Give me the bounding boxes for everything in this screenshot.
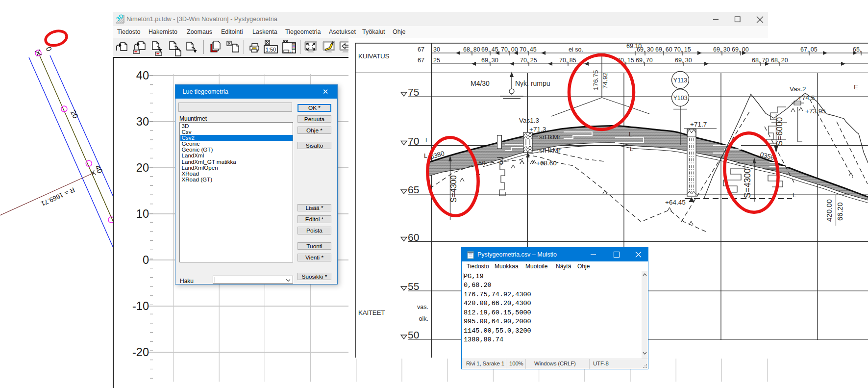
svg-text:75: 75 (408, 86, 419, 98)
svg-text:Nyk. rumpu: Nyk. rumpu (515, 79, 550, 87)
svg-text:74.92: 74.92 (601, 72, 609, 89)
svg-text:S=6000: S=6000 (775, 117, 784, 146)
svg-text:+64.45: +64.45 (665, 199, 686, 206)
svg-text:69.10: 69.10 (626, 43, 642, 50)
svg-text:Y103: Y103 (673, 95, 687, 102)
svg-text:+71.3: +71.3 (529, 126, 546, 133)
svg-text:60: 60 (408, 232, 419, 243)
svg-text:30: 30 (433, 46, 440, 53)
svg-text:176.75: 176.75 (592, 70, 599, 90)
svg-text:Vas.2: Vas.2 (790, 85, 806, 93)
svg-text:55: 55 (408, 281, 419, 292)
svg-text:67: 67 (418, 57, 424, 64)
svg-text:ei so.: ei so. (569, 46, 583, 53)
svg-text:L: L (424, 152, 427, 159)
svg-text:+68.60: +68.60 (536, 159, 557, 167)
svg-text:65: 65 (408, 184, 419, 195)
svg-text:L: L (630, 145, 633, 153)
svg-text:0: 0 (499, 159, 503, 166)
svg-text:srHkMr: srHkMr (539, 147, 561, 154)
svg-text:S=4300: S=4300 (449, 175, 458, 203)
svg-text:KUIVATUS: KUIVATUS (358, 52, 389, 60)
svg-text:67: 67 (418, 46, 424, 53)
svg-text:25: 25 (433, 57, 440, 64)
svg-text:M4/30: M4/30 (471, 79, 490, 87)
svg-text:oik.: oik. (419, 315, 428, 322)
svg-text:srHkMr: srHkMr (539, 133, 561, 141)
svg-text:L: L (793, 191, 796, 199)
svg-text:50: 50 (408, 329, 419, 340)
svg-text:+73.95: +73.95 (805, 107, 826, 115)
svg-text:70: 70 (408, 135, 419, 147)
svg-text:L: L (425, 136, 429, 144)
svg-text:+74.5: +74.5 (798, 94, 815, 102)
svg-text:E: E (854, 83, 858, 91)
svg-text:50: 50 (478, 159, 485, 167)
svg-text:420.00: 420.00 (825, 199, 833, 222)
svg-text:Vas1.3: Vas1.3 (519, 117, 539, 124)
svg-text:L: L (629, 130, 632, 138)
svg-text:+71.7: +71.7 (690, 121, 707, 128)
svg-text:Y113: Y113 (673, 77, 687, 84)
svg-text:vas.: vas. (417, 304, 428, 310)
svg-text:S=4300: S=4300 (743, 168, 752, 198)
svg-text:66.20: 66.20 (836, 202, 844, 221)
svg-text:KAITEET: KAITEET (358, 309, 385, 316)
